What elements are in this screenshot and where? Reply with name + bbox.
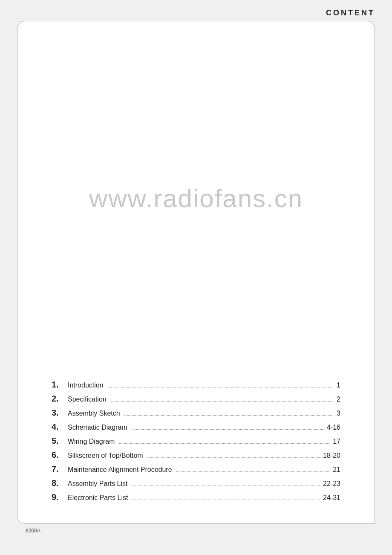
toc-item: 4.Schematic Diagram4-16: [52, 422, 340, 432]
toc-item: 9.Electronic Parts List24-31: [52, 492, 340, 502]
toc-page: 17: [333, 438, 340, 445]
toc-item: 5.Wiring Diagram17: [52, 436, 340, 446]
page-title: CONTENT: [326, 9, 375, 17]
toc-page: 4-16: [327, 424, 340, 431]
toc-dots: [132, 486, 320, 486]
watermark-area: www.radiofans.cn: [17, 21, 375, 376]
toc-dots: [147, 457, 320, 458]
toc-label: Assembly Parts List: [68, 480, 127, 488]
toc-item: 2.Specification2: [52, 394, 340, 404]
toc-label: Maintenance Alignment Procedure: [68, 466, 172, 474]
toc-area: 1.Introduction12.Specification23.Assembl…: [17, 376, 375, 523]
toc-dots: [119, 443, 330, 444]
content-header: CONTENT: [13, 9, 379, 17]
toc-dots: [111, 401, 334, 402]
toc-dots: [124, 415, 334, 416]
toc-dots: [108, 387, 334, 387]
toc-page: 3: [337, 410, 340, 417]
toc-number: 2.: [52, 394, 68, 404]
page-container: CONTENT www.radiofans.cn 1.Introduction1…: [0, 0, 392, 555]
toc-number: 4.: [52, 422, 68, 432]
toc-number: 6.: [52, 450, 68, 460]
toc-label: Assembly Sketch: [68, 410, 120, 417]
toc-page: 22-23: [323, 480, 340, 488]
toc-label: Wiring Diagram: [68, 438, 115, 445]
toc-number: 3.: [52, 408, 68, 418]
main-box: www.radiofans.cn 1.Introduction12.Specif…: [17, 21, 375, 524]
toc-dots: [176, 471, 331, 472]
toc-label: Specification: [68, 396, 107, 403]
toc-label: Electronic Parts List: [68, 494, 128, 502]
model-number: 8200A: [26, 528, 40, 534]
toc-number: 7.: [52, 464, 68, 474]
toc-number: 5.: [52, 436, 68, 446]
toc-item: 6.Silkscreen of Top/Bottom18-20: [52, 450, 340, 460]
toc-item: 3.Assembly Sketch3: [52, 408, 340, 418]
toc-page: 21: [333, 466, 340, 474]
toc-dots: [132, 500, 320, 500]
toc-page: 18-20: [323, 452, 340, 460]
toc-number: 1.: [52, 380, 68, 390]
watermark-text: www.radiofans.cn: [89, 184, 303, 213]
toc-item: 7.Maintenance Alignment Procedure21: [52, 464, 340, 474]
toc-number: 9.: [52, 492, 68, 502]
toc-label: Introduction: [68, 382, 104, 389]
toc-page: 24-31: [323, 494, 340, 502]
toc-item: 8.Assembly Parts List22-23: [52, 478, 340, 488]
toc-dots: [132, 429, 324, 430]
toc-item: 1.Introduction1: [52, 380, 340, 390]
bottom-bar: 8200A: [13, 525, 379, 534]
toc-label: Schematic Diagram: [68, 424, 127, 431]
toc-page: 2: [337, 396, 340, 403]
toc-label: Silkscreen of Top/Bottom: [68, 452, 143, 460]
toc-page: 1: [337, 382, 340, 389]
toc-number: 8.: [52, 478, 68, 488]
